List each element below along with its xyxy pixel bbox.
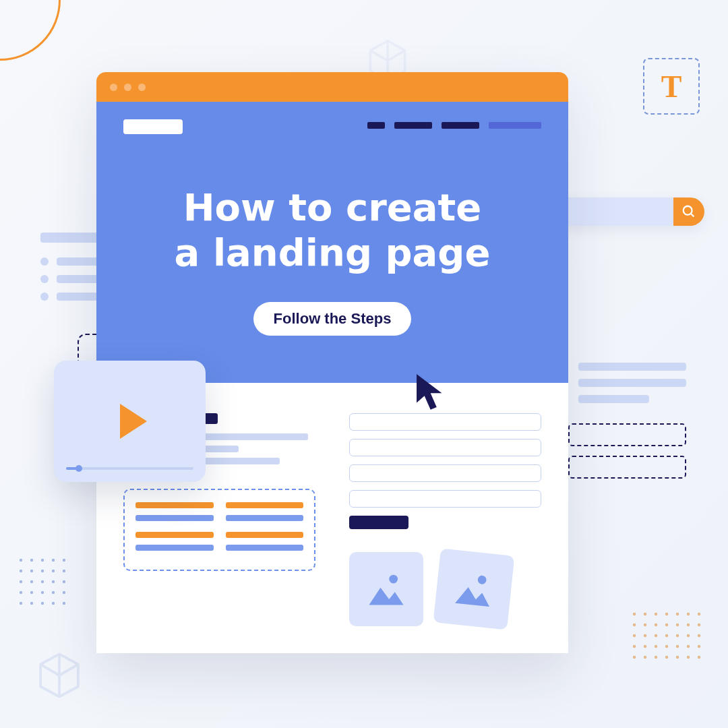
svg-point-30 [687,613,690,615]
form-field[interactable] [349,490,541,508]
svg-point-55 [655,656,657,659]
decorative-arc [0,0,61,61]
dot-grid-decoration [17,556,78,617]
hero-section: How to createa landing page Follow the S… [96,102,568,383]
svg-point-57 [676,656,679,659]
svg-point-56 [665,656,668,659]
svg-point-23 [52,602,55,605]
svg-point-1 [30,559,33,562]
video-widget[interactable] [54,361,206,482]
svg-point-54 [644,656,646,659]
svg-point-19 [63,591,65,594]
play-icon [120,404,147,439]
svg-point-46 [633,645,636,648]
svg-point-6 [30,570,33,572]
svg-point-60 [684,206,692,215]
letter-t: T [661,69,682,104]
svg-point-63 [477,576,487,585]
svg-point-29 [676,613,679,615]
svg-point-9 [63,570,65,572]
svg-point-39 [633,634,636,637]
svg-point-41 [655,634,657,637]
svg-point-5 [20,570,22,572]
hero-title: How to createa landing page [123,185,541,275]
table-placeholder [123,489,315,571]
svg-point-58 [687,656,690,659]
svg-point-59 [698,656,700,659]
form-field[interactable] [349,439,541,456]
svg-point-27 [655,613,657,615]
svg-point-10 [20,580,22,583]
svg-point-0 [20,559,22,562]
svg-point-34 [655,624,657,626]
svg-point-16 [30,591,33,594]
image-placeholder [433,549,515,630]
dashed-slot [568,456,686,479]
svg-point-32 [633,624,636,626]
svg-point-26 [644,613,646,615]
svg-point-25 [633,613,636,615]
svg-point-14 [63,580,65,583]
svg-point-12 [41,580,44,583]
svg-point-8 [52,570,55,572]
text-lines-decoration [578,363,686,411]
svg-point-45 [698,634,700,637]
svg-point-24 [63,602,65,605]
image-placeholder [349,552,423,626]
svg-point-48 [655,645,657,648]
svg-point-7 [41,570,44,572]
search-icon[interactable] [673,198,704,226]
svg-point-40 [644,634,646,637]
svg-point-36 [676,624,679,626]
svg-point-51 [687,645,690,648]
svg-point-20 [20,602,22,605]
svg-point-37 [687,624,690,626]
progress-bar[interactable] [66,467,193,470]
logo-placeholder [123,119,183,134]
form-field[interactable] [349,464,541,482]
svg-point-47 [644,645,646,648]
svg-point-35 [665,624,668,626]
svg-point-28 [665,613,668,615]
cursor-icon [413,371,450,413]
svg-point-38 [698,624,700,626]
svg-point-11 [30,580,33,583]
svg-point-53 [633,656,636,659]
cta-button[interactable]: Follow the Steps [253,302,412,336]
typography-widget[interactable]: T [643,58,700,115]
svg-point-31 [698,613,700,615]
svg-point-42 [665,634,668,637]
cube-icon [34,650,85,701]
svg-point-17 [41,591,44,594]
window-titlebar [96,72,568,102]
svg-point-2 [41,559,44,562]
svg-point-52 [698,645,700,648]
svg-point-62 [389,575,398,584]
svg-point-49 [665,645,668,648]
svg-point-3 [52,559,55,562]
form-field[interactable] [349,413,541,431]
svg-point-4 [63,559,65,562]
submit-button[interactable] [349,516,408,529]
svg-point-22 [41,602,44,605]
svg-point-44 [687,634,690,637]
svg-point-21 [30,602,33,605]
svg-point-15 [20,591,22,594]
svg-point-43 [676,634,679,637]
svg-line-61 [691,214,694,217]
dashed-slot [568,423,686,446]
dot-grid-decoration [630,610,704,671]
svg-point-33 [644,624,646,626]
nav-placeholder [367,122,541,129]
svg-point-50 [676,645,679,648]
svg-point-18 [52,591,55,594]
svg-point-13 [52,580,55,583]
